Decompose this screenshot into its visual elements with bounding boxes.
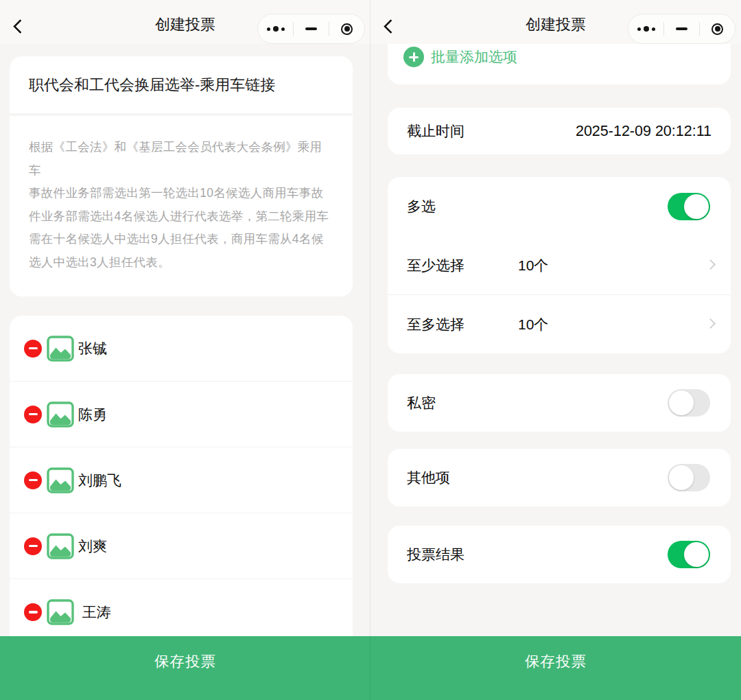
candidate-row: 王涛 <box>10 579 353 645</box>
miniprogram-capsule <box>257 14 365 44</box>
multi-select-label: 多选 <box>407 197 518 216</box>
remove-option-button[interactable] <box>24 406 42 423</box>
batch-add-label: 批量添加选项 <box>431 47 517 67</box>
minus-icon <box>29 413 38 416</box>
deadline-value: 2025-12-09 20:12:11 <box>576 123 711 140</box>
private-label: 私密 <box>407 393 436 412</box>
more-dots-icon <box>637 27 641 31</box>
candidate-name-field[interactable]: 张铖 <box>78 339 107 358</box>
private-row: 私密 <box>388 374 731 432</box>
candidate-row: 陈勇 <box>10 382 353 447</box>
more-button[interactable] <box>628 14 663 43</box>
image-placeholder-icon[interactable] <box>47 335 74 362</box>
exit-button[interactable] <box>329 14 364 43</box>
other-option-label: 其他项 <box>407 468 450 487</box>
image-placeholder-icon[interactable] <box>47 598 74 626</box>
exit-circle-icon <box>341 23 353 35</box>
minus-icon <box>29 611 38 614</box>
save-vote-label: 保存投票 <box>370 651 741 671</box>
chevron-right-icon <box>705 259 716 270</box>
candidate-row: 张铖 <box>10 316 353 382</box>
poll-title-text: 职代会和工代会换届选举-乘用车链接 <box>29 75 275 95</box>
vote-result-label: 投票结果 <box>407 545 464 564</box>
panel-separator <box>370 0 370 700</box>
navigation-bar: 创建投票 <box>0 0 370 44</box>
min-select-label: 至少选择 <box>407 256 518 275</box>
exit-circle-icon <box>711 23 723 35</box>
miniprogram-capsule <box>628 14 736 44</box>
max-select-label: 至多选择 <box>407 315 518 334</box>
max-select-value: 10个 <box>518 315 548 334</box>
screen-create-vote-top: 创建投票 职代会和工代会换届选举-乘用车链接 根据 <box>0 0 370 700</box>
other-option-row: 其他项 <box>388 449 731 506</box>
minimize-button[interactable] <box>664 14 699 43</box>
min-select-row[interactable]: 至少选择 10个 <box>388 236 731 294</box>
vote-result-row: 投票结果 <box>388 526 731 583</box>
poll-description-text: 根据《工会法》和《基层工会会员代表大会条例》乘用车 事故件业务部需选出第一轮选出… <box>29 136 333 274</box>
exit-button[interactable] <box>700 14 735 43</box>
save-vote-button[interactable]: 保存投票 <box>370 636 741 700</box>
multi-select-settings-card: 多选 至少选择 10个 至多选择 10个 <box>388 177 731 353</box>
candidate-name-field[interactable]: 陈勇 <box>78 405 107 424</box>
minimize-button[interactable] <box>294 14 329 43</box>
more-dots-icon <box>267 27 270 31</box>
poll-title-field[interactable]: 职代会和工代会换届选举-乘用车链接 <box>10 56 353 113</box>
navigation-bar: 创建投票 <box>370 0 741 44</box>
image-placeholder-icon[interactable] <box>47 401 74 428</box>
deadline-label: 截止时间 <box>407 121 464 141</box>
candidate-name-field[interactable]: 刘爽 <box>78 537 107 556</box>
candidate-row: 刘爽 <box>10 513 353 579</box>
remove-option-button[interactable] <box>24 537 42 555</box>
multi-select-toggle[interactable] <box>668 193 710 220</box>
batch-add-options-button[interactable]: 批量添加选项 <box>388 47 517 67</box>
remove-option-button[interactable] <box>24 340 42 358</box>
candidate-row: 刘鹏飞 <box>10 447 353 513</box>
more-button[interactable] <box>258 14 293 43</box>
remove-option-button[interactable] <box>24 603 42 621</box>
other-option-toggle[interactable] <box>668 464 710 491</box>
chevron-right-icon <box>705 318 716 329</box>
poll-description-field[interactable]: 根据《工会法》和《基层工会会员代表大会条例》乘用车 事故件业务部需选出第一轮选出… <box>10 116 353 296</box>
save-vote-label: 保存投票 <box>0 651 370 671</box>
candidate-name-field[interactable]: 刘鹏飞 <box>78 471 121 490</box>
image-placeholder-icon[interactable] <box>47 467 74 494</box>
vote-result-toggle[interactable] <box>668 541 710 568</box>
screen-create-vote-settings: 批量添加选项 创建投票 <box>370 0 741 700</box>
private-toggle[interactable] <box>668 389 710 417</box>
deadline-row[interactable]: 截止时间 2025-12-09 20:12:11 <box>388 108 731 154</box>
minus-icon <box>29 347 38 350</box>
miniprogram-window: 创建投票 职代会和工代会换届选举-乘用车链接 根据 <box>0 0 741 700</box>
minus-icon <box>29 545 38 548</box>
min-select-value: 10个 <box>518 256 548 275</box>
minimize-icon <box>305 27 317 30</box>
plus-circle-icon <box>403 47 424 67</box>
minimize-icon <box>676 27 687 30</box>
max-select-row[interactable]: 至多选择 10个 <box>388 295 731 353</box>
save-vote-button[interactable]: 保存投票 <box>0 636 370 700</box>
candidate-name-field[interactable]: 王涛 <box>78 603 111 622</box>
image-placeholder-icon[interactable] <box>47 533 74 560</box>
multi-select-row: 多选 <box>388 177 731 236</box>
remove-option-button[interactable] <box>24 471 42 489</box>
minus-icon <box>29 479 38 482</box>
